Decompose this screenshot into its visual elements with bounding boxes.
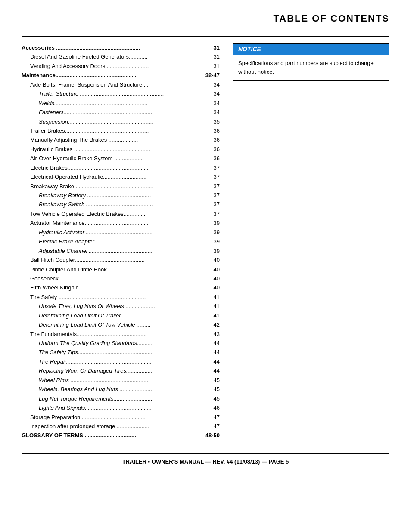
toc-entry-title: Axle Bolts, Frame, Suspension And Struct… (22, 80, 208, 89)
toc-entry-page: 36 (208, 145, 220, 154)
toc-entry: Trailer Brakes..........................… (22, 126, 220, 135)
toc-entry-page: 36 (208, 135, 220, 144)
toc-entry: Tire Safety Tips........................… (22, 348, 220, 357)
toc-entry-page: 39 (208, 218, 220, 227)
toc-entry: Breakaway Battery ......................… (22, 191, 220, 200)
toc-entry-title: Trailer Brakes..........................… (22, 126, 208, 135)
toc-entry-page: 45 (208, 394, 220, 403)
toc-entry-title: Tire Safety Tips........................… (22, 348, 208, 357)
toc-entry: Diesel And Gasoline Fueled Generators...… (22, 52, 220, 61)
toc-entry-title: Pintle Coupler And Pintle Hook .........… (22, 265, 208, 274)
footer: TRAILER • OWNER'S MANUAL — REV. #4 (11/0… (22, 453, 389, 465)
toc-entry-title: Manually Adjusting The Brakes ..........… (22, 135, 208, 144)
toc-entry: Tire Repair.............................… (22, 357, 220, 366)
notice-header: NOTICE (233, 44, 389, 55)
toc-entry-title: Ball Hitch Coupler......................… (22, 255, 208, 264)
toc-entry: Unsafe Tires, Lug Nuts Or Wheels .......… (22, 302, 220, 311)
toc-entry: Hydraulic Brakes .......................… (22, 145, 220, 154)
toc-entry-page: 47 (208, 422, 220, 431)
toc-entry-title: Tire Fundamentals.......................… (22, 330, 208, 339)
toc-entry-title: Wheels, Bearings And Lug Nuts ..........… (22, 385, 208, 394)
toc-entry-title: Trailer Structure ......................… (22, 89, 208, 98)
notice-box: NOTICE Specifications and part numbers a… (233, 43, 389, 81)
toc-entry: Adjustable Channel .....................… (22, 246, 220, 255)
toc-entry-page: 48-50 (206, 431, 220, 440)
toc-entry-title: Breakaway Brake.........................… (22, 182, 208, 191)
toc-entry: GLOSSARY OF TERMS ......................… (22, 431, 220, 440)
toc-entry-title: Uniform Tire Quality Grading Standards..… (22, 339, 208, 348)
toc-entry: Tire Safety ............................… (22, 292, 220, 302)
toc-entry-title: Electric Brake Adapter..................… (22, 237, 208, 246)
toc-entry: Tow Vehicle Operated Electric Brakes....… (22, 209, 220, 218)
toc-entry: Uniform Tire Quality Grading Standards..… (22, 339, 220, 348)
toc-entry-page: 42 (208, 320, 220, 329)
toc-entry-page: 34 (208, 80, 220, 89)
toc-entry-title: Suspension..............................… (22, 117, 208, 126)
toc-entry-title: Lights And Signals......................… (22, 403, 208, 412)
toc-entry: Pintle Coupler And Pintle Hook .........… (22, 265, 220, 274)
toc-entry-title: GLOSSARY OF TERMS ......................… (22, 431, 206, 440)
content-area: Accessories ............................… (22, 43, 389, 440)
toc-entry: Manually Adjusting The Brakes ..........… (22, 135, 220, 144)
toc-entry-title: Tire Safety ............................… (22, 292, 208, 302)
toc-entry: Determining Load Limit Of Tow Vehicle ..… (22, 320, 220, 329)
toc-entry-title: Breakaway Battery ......................… (22, 191, 208, 200)
toc-entry-page: 40 (208, 255, 220, 264)
toc-entry: Determining Load Limit Of Trailer.......… (22, 311, 220, 320)
toc-entry-title: Determining Load Limit Of Trailer.......… (22, 311, 208, 320)
notice-column: NOTICE Specifications and part numbers a… (233, 43, 389, 440)
toc-entry-page: 46 (208, 403, 220, 412)
toc-entry-page: 37 (208, 209, 220, 218)
toc-entry-page: 41 (208, 302, 220, 311)
toc-entry: Breakaway Switch .......................… (22, 200, 220, 209)
toc-entry-title: Diesel And Gasoline Fueled Generators...… (22, 52, 208, 61)
toc-entry-page: 45 (208, 376, 220, 385)
toc-entry-page: 34 (208, 108, 220, 117)
toc-entry-page: 34 (208, 89, 220, 98)
toc-entry-title: Fifth Wheel Kingpin ....................… (22, 283, 208, 292)
toc-entry-title: Maintenance.............................… (22, 71, 206, 80)
toc-entry-page: 40 (208, 265, 220, 274)
toc-entry-page: 36 (208, 154, 220, 163)
toc-entry-page: 37 (208, 163, 220, 172)
toc-entry: Lights And Signals......................… (22, 403, 220, 412)
toc-entry-title: Lug Nut Torque Requirements.............… (22, 394, 208, 403)
toc-entry: Electrical-Operated Hydraulic...........… (22, 172, 220, 181)
toc-entry-title: Fasteners...............................… (22, 108, 208, 117)
toc-entry-page: 37 (208, 172, 220, 181)
toc-entry: Suspension..............................… (22, 117, 220, 126)
toc-entry-page: 36 (208, 126, 220, 135)
toc-entry-page: 44 (208, 366, 220, 375)
toc-entry-page: 40 (208, 274, 220, 283)
page: TABLE OF CONTENTS Accessories ..........… (0, 0, 411, 532)
toc-entry: Wheel Rims .............................… (22, 376, 220, 385)
toc-entry-title: Hydraulic Actuator .....................… (22, 228, 208, 237)
toc-entry-title: Tire Repair.............................… (22, 357, 208, 366)
toc-entry: Storage Preparation ....................… (22, 413, 220, 422)
toc-entry-title: Unsafe Tires, Lug Nuts Or Wheels .......… (22, 302, 208, 311)
toc-entry-title: Inspection after prolonged storage .....… (22, 422, 208, 431)
toc-entry-page: 39 (208, 237, 220, 246)
toc-entry-page: 37 (208, 200, 220, 209)
toc-entry: Replacing Worn Or Damaged Tires.........… (22, 366, 220, 375)
toc-entry: Breakaway Brake.........................… (22, 182, 220, 191)
toc-entry-title: Tow Vehicle Operated Electric Brakes....… (22, 209, 208, 218)
toc-entry-title: Electrical-Operated Hydraulic...........… (22, 172, 208, 181)
toc-entry-page: 31 (208, 43, 220, 52)
toc-entry: Actuator Maintenance....................… (22, 218, 220, 227)
toc-entry-page: 45 (208, 385, 220, 394)
toc-entry-page: 37 (208, 182, 220, 191)
toc-entry-page: 37 (208, 191, 220, 200)
toc-entry: Accessories ............................… (22, 43, 220, 52)
toc-entry: Electric Brakes.........................… (22, 163, 220, 172)
toc-entry: Maintenance.............................… (22, 71, 220, 80)
toc-entry-title: Welds...................................… (22, 99, 208, 108)
toc-entry: Welds...................................… (22, 99, 220, 108)
toc-entry: Wheels, Bearings And Lug Nuts ..........… (22, 385, 220, 394)
toc-entry-page: 44 (208, 348, 220, 357)
toc-entry-title: Air-Over-Hydraulic Brake System ........… (22, 154, 208, 163)
toc-entry: Axle Bolts, Frame, Suspension And Struct… (22, 80, 220, 89)
toc-entry-page: 34 (208, 99, 220, 108)
toc-entry-page: 41 (208, 311, 220, 320)
toc-entry-title: Accessories ............................… (22, 43, 208, 52)
